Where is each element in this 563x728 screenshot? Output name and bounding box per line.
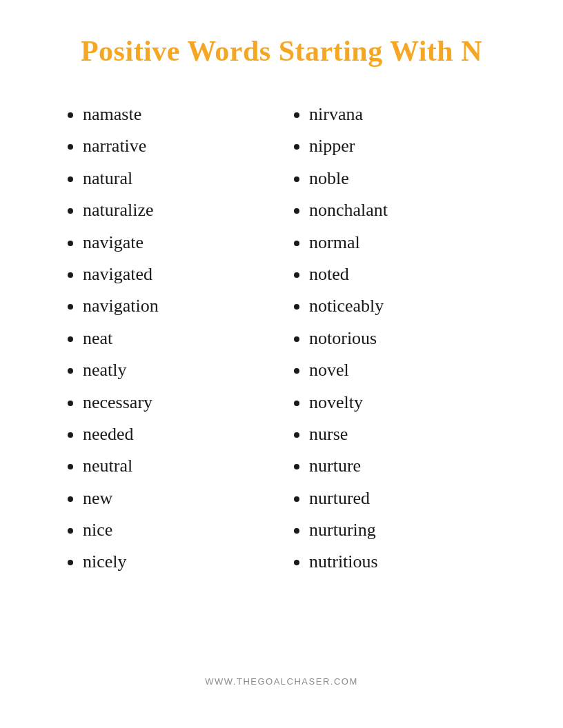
list-item: nipper <box>309 134 508 159</box>
list-item: navigation <box>83 294 282 318</box>
footer-text: WWW.THEGOALCHASER.COM <box>205 649 357 700</box>
list-item: navigate <box>83 230 282 255</box>
list-item: nirvana <box>309 102 508 127</box>
list-item: naturalize <box>83 198 282 223</box>
list-item: new <box>83 486 282 511</box>
list-item: nicely <box>83 549 282 574</box>
list-item: nurtured <box>309 486 508 511</box>
list-item: nonchalant <box>309 198 508 223</box>
list-item: nutritious <box>309 549 508 574</box>
page-container: Positive Words Starting With N namastena… <box>0 0 563 728</box>
list-item: novel <box>309 358 508 383</box>
page-title: Positive Words Starting With N <box>81 34 482 68</box>
list-item: normal <box>309 230 508 255</box>
list-item: nurture <box>309 454 508 478</box>
left-column: namastenarrativenaturalnaturalizenavigat… <box>55 102 282 582</box>
list-item: noticeably <box>309 294 508 318</box>
list-item: neutral <box>83 454 282 478</box>
list-item: natural <box>83 166 282 191</box>
word-columns: namastenarrativenaturalnaturalizenavigat… <box>41 102 522 582</box>
list-item: novelty <box>309 390 508 415</box>
list-item: necessary <box>83 390 282 415</box>
list-item: nurturing <box>309 518 508 543</box>
list-item: noble <box>309 166 508 191</box>
list-item: needed <box>83 422 282 447</box>
list-item: neatly <box>83 358 282 383</box>
list-item: namaste <box>83 102 282 127</box>
list-item: notorious <box>309 326 508 351</box>
list-item: narrative <box>83 134 282 159</box>
list-item: nurse <box>309 422 508 447</box>
list-item: navigated <box>83 262 282 287</box>
list-item: noted <box>309 262 508 287</box>
list-item: nice <box>83 518 282 543</box>
right-column: nirvananippernoblenonchalantnormalnotedn… <box>282 102 508 582</box>
list-item: neat <box>83 326 282 351</box>
